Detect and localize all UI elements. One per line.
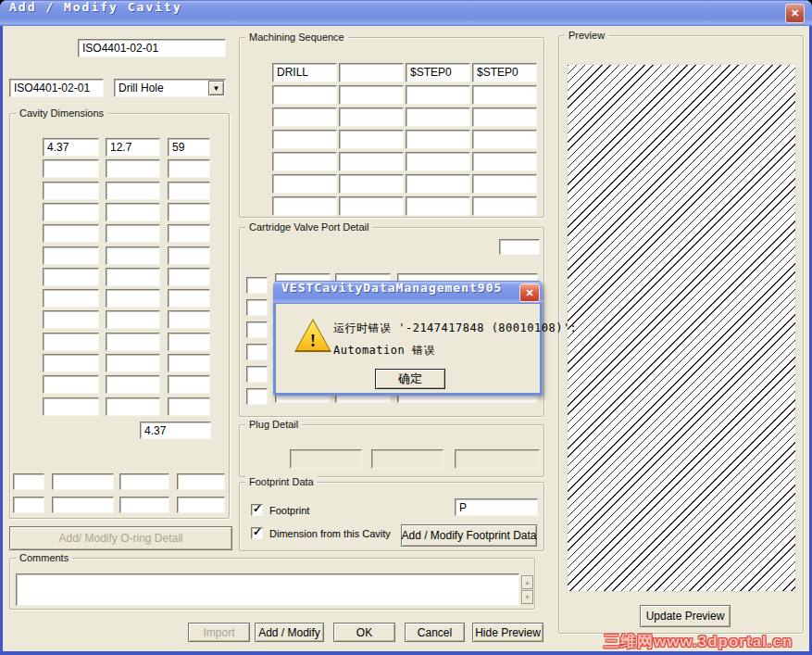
cavity-id-field[interactable]: ISO4401-02-01	[9, 79, 104, 97]
plug-field-1[interactable]	[290, 449, 362, 469]
cavity-extra-cell[interactable]	[13, 473, 44, 490]
cavity-dim-cell[interactable]	[168, 289, 210, 308]
cavity-dim-cell[interactable]	[168, 203, 210, 221]
machining-cell[interactable]	[472, 152, 537, 171]
cavity-dim-cell[interactable]	[168, 182, 210, 200]
machining-cell[interactable]	[406, 130, 470, 149]
machining-cell[interactable]	[339, 63, 404, 82]
cavity-extra-cell[interactable]	[52, 473, 114, 490]
machining-type-dropdown[interactable]: Drill Hole ▼	[114, 79, 226, 97]
machining-cell[interactable]	[272, 130, 337, 149]
footprint-checkbox[interactable]: ✓	[251, 504, 263, 516]
machining-cell[interactable]	[472, 107, 537, 127]
plug-field-2[interactable]	[371, 449, 443, 469]
cavity-dim-cell[interactable]	[43, 203, 99, 221]
cavity-dim-cell[interactable]	[168, 333, 210, 351]
add-modify-footprint-button[interactable]: Add / Modify Footprint Data	[401, 524, 537, 547]
cartridge-top-field[interactable]	[499, 239, 540, 255]
cavity-dim-cell[interactable]	[106, 224, 160, 243]
cavity-dim-cell[interactable]	[106, 182, 160, 200]
machining-cell[interactable]	[472, 130, 537, 149]
error-dialog-titlebar[interactable]: VESTCavityDataManagement905 ✕	[273, 281, 543, 304]
machining-cell[interactable]	[472, 85, 537, 105]
cavity-dim-cell[interactable]	[168, 246, 210, 265]
footprint-port-field[interactable]: P	[455, 498, 538, 516]
cavity-dim-cell[interactable]	[43, 397, 99, 416]
cavity-dim-cell[interactable]	[168, 375, 210, 394]
cavity-dim-cell[interactable]	[168, 224, 210, 243]
cartridge-port-square[interactable]	[246, 366, 268, 383]
machining-cell[interactable]	[339, 130, 404, 149]
cavity-dim-cell[interactable]	[106, 289, 160, 308]
import-button[interactable]: Import	[188, 623, 250, 642]
hide-preview-button[interactable]: Hide Preview	[472, 623, 543, 642]
close-icon[interactable]: ✕	[785, 4, 805, 23]
machining-cell[interactable]	[272, 196, 337, 216]
cavity-extra-cell[interactable]	[177, 473, 225, 490]
machining-cell[interactable]	[406, 196, 470, 216]
machining-cell[interactable]	[339, 152, 404, 171]
cavity-dim-cell[interactable]	[168, 354, 210, 372]
machining-cell[interactable]	[339, 85, 404, 105]
cavity-dim-cell[interactable]	[43, 333, 99, 351]
machining-cell[interactable]	[472, 174, 537, 194]
scroll-down-icon[interactable]: ▼	[521, 590, 533, 604]
cavity-angle-field[interactable]: 4.37	[140, 422, 211, 439]
machining-cell[interactable]	[272, 107, 337, 127]
machining-cell[interactable]	[272, 174, 337, 194]
cavity-dim-cell[interactable]	[168, 268, 210, 286]
machining-cell[interactable]	[272, 152, 337, 171]
cancel-button[interactable]: Cancel	[405, 623, 465, 642]
comments-textarea[interactable]	[16, 573, 519, 606]
update-preview-button[interactable]: Update Preview	[640, 605, 731, 627]
title-bar[interactable]: Add / Modify Cavity ✕	[0, 0, 812, 26]
cartridge-port-square[interactable]	[246, 388, 268, 405]
add-modify-oring-button[interactable]: Add/ Modify O-ring Detail	[9, 526, 232, 550]
machining-cell[interactable]	[406, 85, 470, 105]
chevron-down-icon[interactable]: ▼	[208, 81, 224, 95]
cavity-dim-cell[interactable]	[168, 159, 210, 178]
machining-cell[interactable]: $STEP0	[406, 63, 470, 82]
cavity-dim-cell[interactable]	[106, 159, 160, 178]
cartridge-port-square[interactable]	[246, 299, 268, 316]
machining-cell[interactable]	[339, 174, 404, 194]
machining-cell[interactable]	[272, 85, 337, 105]
machining-cell[interactable]	[406, 174, 470, 194]
cavity-dim-cell[interactable]	[43, 354, 99, 372]
add-modify-button[interactable]: Add / Modify	[255, 623, 324, 642]
cartridge-port-square[interactable]	[246, 277, 268, 294]
cavity-dim-cell[interactable]	[43, 375, 99, 394]
cavity-name-field[interactable]: ISO4401-02-01	[78, 39, 226, 57]
cavity-dim-cell[interactable]: 4.37	[43, 138, 99, 157]
dimension-from-cavity-checkbox[interactable]: ✓	[251, 527, 263, 539]
cartridge-port-square[interactable]	[246, 344, 268, 360]
cavity-dim-cell[interactable]	[106, 354, 160, 372]
cavity-dim-cell[interactable]	[43, 159, 99, 178]
cavity-dim-cell[interactable]	[106, 333, 160, 351]
ok-button[interactable]: OK	[333, 623, 395, 642]
cavity-dim-cell[interactable]	[43, 289, 99, 308]
machining-cell[interactable]	[472, 196, 537, 216]
cavity-dim-cell[interactable]	[43, 268, 99, 286]
cavity-dim-cell[interactable]	[168, 310, 210, 329]
machining-cell[interactable]	[406, 107, 470, 127]
error-close-icon[interactable]: ✕	[519, 283, 540, 302]
cartridge-port-square[interactable]	[246, 321, 268, 338]
scroll-up-icon[interactable]: ▲	[521, 575, 533, 589]
cavity-dim-cell[interactable]	[106, 375, 160, 394]
cavity-dim-cell[interactable]	[106, 310, 160, 329]
cavity-dim-cell[interactable]: 59	[168, 138, 210, 157]
error-ok-button[interactable]: 确定	[375, 369, 445, 389]
cavity-extra-cell[interactable]	[13, 497, 44, 513]
cavity-dim-cell[interactable]	[168, 397, 210, 416]
machining-cell[interactable]	[339, 107, 404, 127]
plug-field-3[interactable]	[455, 449, 540, 469]
machining-cell[interactable]: DRILL	[272, 63, 337, 82]
cavity-dim-cell[interactable]	[43, 246, 99, 265]
machining-cell[interactable]: $STEP0	[472, 63, 537, 82]
cavity-extra-cell[interactable]	[119, 497, 169, 513]
cavity-dim-cell[interactable]	[106, 203, 160, 221]
machining-cell[interactable]	[339, 196, 404, 216]
cavity-extra-cell[interactable]	[177, 497, 225, 513]
cavity-dim-cell[interactable]	[43, 310, 99, 329]
